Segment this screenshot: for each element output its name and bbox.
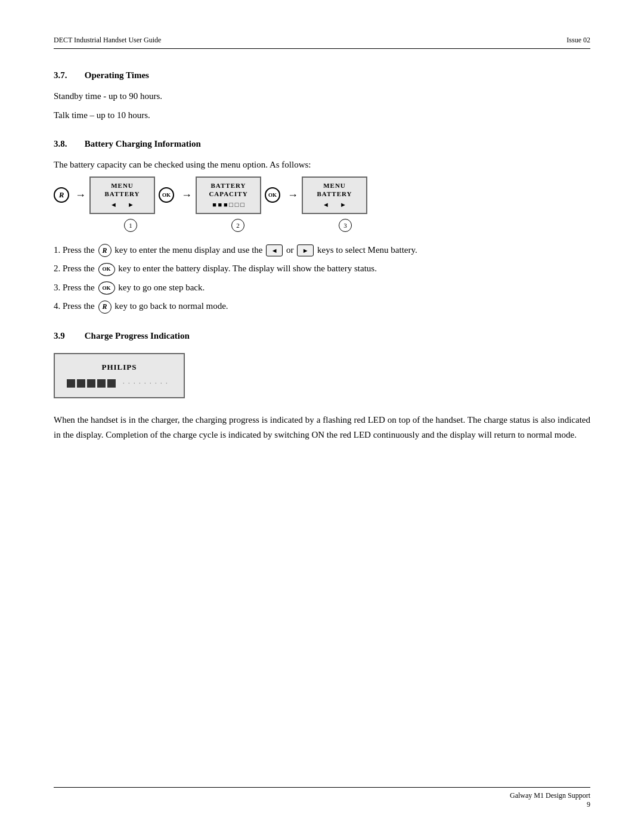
section-37-line2: Talk time – up to 10 hours. [54, 108, 590, 122]
section-38: 3.8. Battery Charging Information The ba… [54, 139, 590, 314]
left-arrow-key-icon: ◄ [266, 244, 283, 256]
progress-bar: · · · · · · · · · [67, 379, 172, 388]
header-right: Issue 02 [566, 36, 590, 45]
section-37-title: 3.7. Operating Times [54, 70, 590, 80]
section-39: 3.9 Charge Progress Indication PHILIPS ·… [54, 331, 590, 443]
diagram-box-2: BATTERYCAPACITY ■ ■ ■ □ □ □ [196, 176, 261, 214]
progress-display-box: PHILIPS · · · · · · · · · [54, 353, 185, 398]
box3-title: MENUBATTERY [311, 181, 358, 199]
battery-diagram: R → MENUBATTERY ◄ ► OK → [54, 176, 590, 232]
footer-company: Galway M1 Design Support [510, 791, 590, 800]
arrow-3: → [287, 189, 298, 202]
page-header: DECT Industrial Handset User Guide Issue… [54, 36, 590, 49]
section-38-intro: The battery capacity can be checked usin… [54, 157, 590, 172]
header-left: DECT Industrial Handset User Guide [54, 36, 161, 45]
right-arrow-key-icon: ► [297, 244, 314, 256]
arrow-1: → [75, 189, 86, 202]
box1-content: ◄ ► [99, 201, 145, 208]
step4-text: 4. Press the R key to go back to normal … [54, 299, 590, 314]
r-key-inline-icon: R [98, 244, 112, 257]
step-num-3: 3 [339, 219, 352, 232]
step3-text: 3. Press the OK key to go one step back. [54, 280, 590, 296]
section-38-title: 3.8. Battery Charging Information [54, 139, 590, 149]
step1-text: 1. Press the R key to enter the menu dis… [54, 243, 590, 258]
box1-title: MENUBATTERY [99, 181, 145, 199]
ok-key-inline-2-icon: OK [98, 281, 115, 295]
ok-key-inline-1-icon: OK [98, 263, 115, 276]
box2-title: BATTERYCAPACITY [205, 181, 252, 199]
box3-content: ◄ ► [311, 201, 358, 208]
section-39-description: When the handset is in the charger, the … [54, 413, 590, 443]
r-key-inline-2-icon: R [98, 301, 112, 314]
pb-filled-2 [77, 379, 85, 388]
pb-filled-3 [87, 379, 95, 388]
footer-page-number: 9 [510, 800, 590, 809]
arrow-2: → [181, 189, 192, 202]
pb-filled-1 [67, 379, 75, 388]
pb-dots: · · · · · · · · · [123, 380, 169, 386]
section-37: 3.7. Operating Times Standby time - up t… [54, 70, 590, 122]
ok-key-2-icon: OK [265, 187, 280, 203]
pb-filled-4 [97, 379, 106, 388]
pb-filled-5 [107, 379, 116, 388]
page-footer: Galway M1 Design Support 9 [54, 787, 590, 809]
diagram-box-1: MENUBATTERY ◄ ► [89, 176, 155, 214]
ok-key-1-icon: OK [159, 187, 174, 203]
diagram-numbers-row: 1 2 3 [54, 219, 378, 232]
footer-right: Galway M1 Design Support 9 [510, 791, 590, 809]
diagram-box-3: MENUBATTERY ◄ ► [302, 176, 367, 214]
section-37-line1: Standby time - up to 90 hours. [54, 89, 590, 103]
steps-list: 1. Press the R key to enter the menu dis… [54, 243, 590, 314]
step-num-1: 1 [124, 219, 137, 232]
section-39-title: 3.9 Charge Progress Indication [54, 331, 590, 341]
step2-text: 2. Press the OK key to enter the battery… [54, 261, 590, 277]
r-key-icon: R [54, 187, 69, 203]
progress-box-title: PHILIPS [67, 363, 172, 372]
step-num-2: 2 [231, 219, 244, 232]
box2-content: ■ ■ ■ □ □ □ [205, 201, 252, 208]
diagram-items-row: R → MENUBATTERY ◄ ► OK → [54, 176, 367, 214]
